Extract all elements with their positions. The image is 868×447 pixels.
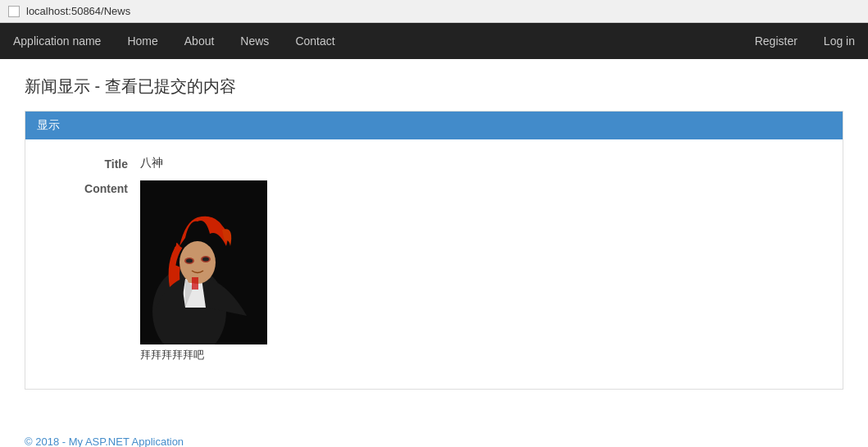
page-title: 新闻显示 - 查看已提交的内容 xyxy=(25,75,843,98)
navbar: Application name Home About News Contact… xyxy=(0,23,868,59)
navbar-right: Register Log in xyxy=(742,23,868,59)
content-value: 拜拜拜拜拜吧 xyxy=(140,180,826,363)
nav-home[interactable]: Home xyxy=(114,23,170,59)
tab-icon xyxy=(8,6,20,17)
browser-bar: localhost:50864/News xyxy=(0,0,868,23)
title-value: 八神 xyxy=(140,156,826,171)
navbar-left: Application name Home About News Contact xyxy=(0,23,348,59)
image-caption: 拜拜拜拜拜吧 xyxy=(140,348,826,363)
navbar-brand: Application name xyxy=(0,23,114,59)
footer-link[interactable]: © 2018 - My ASP.NET Application xyxy=(25,436,184,447)
main-content: 新闻显示 - 查看已提交的内容 显示 Title 八神 Content xyxy=(0,59,868,422)
nav-register[interactable]: Register xyxy=(742,23,811,59)
svg-point-9 xyxy=(202,258,209,262)
svg-rect-10 xyxy=(192,277,198,290)
panel-body: Title 八神 Content xyxy=(25,139,843,389)
content-label: Content xyxy=(42,180,140,195)
browser-url: localhost:50864/News xyxy=(26,5,130,17)
nav-contact[interactable]: Contact xyxy=(282,23,348,59)
panel-header: 显示 xyxy=(25,112,843,139)
nav-login[interactable]: Log in xyxy=(811,23,868,59)
content-row: Content xyxy=(42,180,826,363)
detail-panel: 显示 Title 八神 Content xyxy=(25,111,843,390)
content-svg xyxy=(140,180,267,344)
content-image xyxy=(140,180,267,344)
title-row: Title 八神 xyxy=(42,156,826,171)
nav-about[interactable]: About xyxy=(171,23,228,59)
svg-point-8 xyxy=(186,259,193,263)
title-label: Title xyxy=(42,156,140,171)
nav-news[interactable]: News xyxy=(227,23,282,59)
footer: © 2018 - My ASP.NET Application xyxy=(0,422,868,447)
